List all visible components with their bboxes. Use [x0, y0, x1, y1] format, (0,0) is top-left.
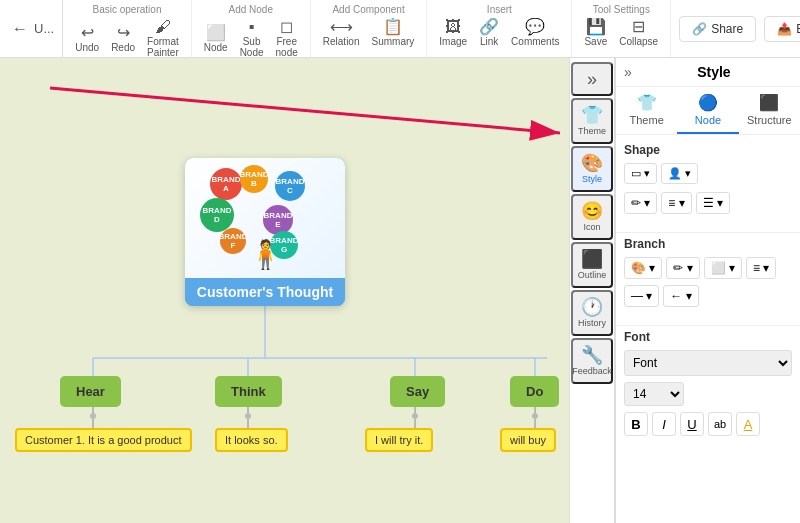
node-say[interactable]: Say — [390, 376, 445, 407]
free-node-icon: ◻ — [280, 19, 293, 35]
image-button[interactable]: 🖼 Image — [435, 17, 471, 49]
export-label: Export — [796, 22, 800, 36]
node-think-label: Think — [231, 384, 266, 399]
align-btn[interactable]: ≡ ▾ — [661, 192, 691, 214]
link-icon: 🔗 — [479, 19, 499, 35]
tab-theme[interactable]: 👕 Theme — [616, 87, 677, 134]
central-node-label: Customer's Thought — [185, 278, 345, 306]
node-do-label: Do — [526, 384, 543, 399]
relation-button[interactable]: ⟷ Relation — [319, 17, 364, 49]
back-button[interactable]: ← — [12, 20, 28, 38]
font-color-button[interactable]: A — [736, 412, 760, 436]
bold-button[interactable]: B — [624, 412, 648, 436]
sidebar-collapse-btn[interactable]: » — [571, 62, 613, 96]
node-button[interactable]: ⬜ Node — [200, 23, 232, 55]
sub-node-button[interactable]: ▪ Sub Node — [236, 17, 268, 60]
tab-node-icon: 🔵 — [698, 93, 718, 112]
sidebar-style-btn[interactable]: 🎨 Style — [571, 146, 613, 192]
branch-row-1: 🎨 ▾ ✏ ▾ ⬜ ▾ ≡ ▾ — [624, 257, 792, 279]
free-node-button[interactable]: ◻ Free node — [272, 17, 302, 60]
shape-section: Shape ▭ ▾ 👤 ▾ ✏ ▾ ≡ ▾ ☰ ▾ — [616, 135, 800, 228]
leaf-hear[interactable]: Customer 1. It is a good product — [15, 428, 192, 452]
history-icon: 🕐 — [581, 298, 603, 316]
comments-label: Comments — [511, 36, 559, 47]
font-size-select[interactable]: 14 — [624, 382, 684, 406]
outline-icon: ⬛ — [581, 250, 603, 268]
branch-arrow-btn[interactable]: ← ▾ — [663, 285, 698, 307]
sub-node-label: Sub Node — [240, 36, 264, 58]
panel-collapse-button[interactable]: » — [624, 64, 632, 80]
sub-node-icon: ▪ — [249, 19, 255, 35]
basic-operation-items: ↩ Undo ↪ Redo 🖌 Format Painter — [71, 17, 183, 60]
link-button[interactable]: 🔗 Link — [475, 17, 503, 49]
canvas-area[interactable]: BRANDA BRANDB BRANDC BRANDD BRANDE BRAND… — [0, 58, 615, 523]
tab-structure-label: Structure — [747, 114, 792, 126]
leaf-say[interactable]: I will try it. — [365, 428, 433, 452]
relation-icon: ⟷ — [330, 19, 353, 35]
node-hear[interactable]: Hear — [60, 376, 121, 407]
format-painter-label: Format Painter — [147, 36, 179, 58]
save-button[interactable]: 💾 Save — [580, 17, 611, 49]
font-title: Font — [624, 330, 792, 344]
leaf-hear-label: Customer 1. It is a good product — [25, 434, 182, 446]
list-btn[interactable]: ☰ ▾ — [696, 192, 730, 214]
shape-rect-btn[interactable]: ▭ ▾ — [624, 163, 657, 184]
format-painter-button[interactable]: 🖌 Format Painter — [143, 17, 183, 60]
leaf-do[interactable]: will buy — [500, 428, 556, 452]
leaf-think-label: It looks so. — [225, 434, 278, 446]
add-node-group: Add Node ⬜ Node ▪ Sub Node ◻ Free node — [192, 0, 311, 57]
history-label: History — [578, 318, 606, 328]
add-component-items: ⟷ Relation 📋 Summary — [319, 17, 419, 49]
svg-point-9 — [90, 413, 96, 419]
branch-rect-btn[interactable]: ⬜ ▾ — [704, 257, 742, 279]
branch-line-btn[interactable]: ✏ ▾ — [666, 257, 699, 279]
underline-button[interactable]: U — [680, 412, 704, 436]
sidebar-history-btn[interactable]: 🕐 History — [571, 290, 613, 336]
relation-label: Relation — [323, 36, 360, 47]
branch-dash-btn[interactable]: — ▾ — [624, 285, 659, 307]
sidebar-icons: » 👕 Theme 🎨 Style 😊 Icon ⬛ Outline 🕐 His… — [569, 58, 615, 523]
branch-color-btn[interactable]: 🎨 ▾ — [624, 257, 662, 279]
tool-settings-items: 💾 Save ⊟ Collapse — [580, 17, 662, 49]
sidebar-collapse-icon: » — [587, 70, 597, 88]
summary-button[interactable]: 📋 Summary — [368, 17, 419, 49]
sidebar-outline-btn[interactable]: ⬛ Outline — [571, 242, 613, 288]
panel-title: Style — [636, 64, 792, 80]
shape-title: Shape — [624, 143, 792, 157]
svg-point-12 — [245, 413, 251, 419]
svg-line-1 — [50, 88, 560, 133]
brand-brand-d-bubble: BRANDE — [263, 205, 293, 235]
export-button[interactable]: 📤 Export — [764, 16, 800, 42]
collapse-button[interactable]: ⊟ Collapse — [615, 17, 662, 49]
tab-structure[interactable]: ⬛ Structure — [739, 87, 800, 134]
shape-person-btn[interactable]: 👤 ▾ — [661, 163, 698, 184]
image-icon: 🖼 — [445, 19, 461, 35]
line-style-btn[interactable]: ✏ ▾ — [624, 192, 657, 214]
sidebar-theme-btn[interactable]: 👕 Theme — [571, 98, 613, 144]
italic-button[interactable]: I — [652, 412, 676, 436]
brand-a-bubble: BRANDA — [210, 168, 242, 200]
undo-icon: ↩ — [81, 25, 94, 41]
strikethrough-button[interactable]: ab — [708, 412, 732, 436]
comments-button[interactable]: 💬 Comments — [507, 17, 563, 49]
font-select[interactable]: Font — [624, 350, 792, 376]
undo-button[interactable]: ↩ Undo — [71, 23, 103, 55]
main-layout: BRANDA BRANDB BRANDC BRANDD BRANDE BRAND… — [0, 58, 800, 523]
insert-group: Insert 🖼 Image 🔗 Link 💬 Comments — [427, 0, 572, 57]
central-node[interactable]: BRANDA BRANDB BRANDC BRANDD BRANDE BRAND… — [185, 158, 345, 306]
node-say-label: Say — [406, 384, 429, 399]
redo-button[interactable]: ↪ Redo — [107, 23, 139, 55]
theme-icon: 👕 — [581, 106, 603, 124]
image-label: Image — [439, 36, 467, 47]
sidebar-feedback-btn[interactable]: 🔧 Feedback — [571, 338, 613, 384]
node-do[interactable]: Do — [510, 376, 559, 407]
svg-point-18 — [532, 413, 538, 419]
branch-align-btn[interactable]: ≡ ▾ — [746, 257, 776, 279]
sidebar-icon-btn[interactable]: 😊 Icon — [571, 194, 613, 240]
tab-node[interactable]: 🔵 Node — [677, 87, 738, 134]
share-button[interactable]: 🔗 Share — [679, 16, 756, 42]
node-think[interactable]: Think — [215, 376, 282, 407]
leaf-think[interactable]: It looks so. — [215, 428, 288, 452]
link-label: Link — [480, 36, 498, 47]
icon-icon: 😊 — [581, 202, 603, 220]
